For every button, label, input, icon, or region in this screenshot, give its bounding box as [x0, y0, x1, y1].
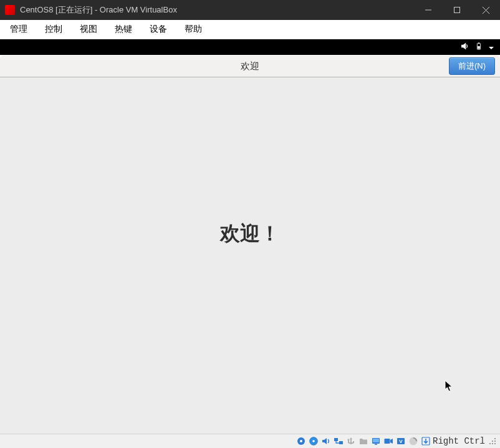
display-icon[interactable]: [370, 436, 382, 447]
mouse-integration-icon[interactable]: [408, 436, 419, 447]
usb-icon[interactable]: [345, 436, 357, 447]
svg-point-5: [300, 440, 302, 442]
svg-rect-2: [478, 42, 480, 44]
harddisk-icon[interactable]: [296, 436, 307, 447]
host-key-arrow-icon[interactable]: [420, 436, 431, 447]
welcome-heading: 欢迎！: [220, 220, 280, 248]
window-title: CentOS8 [正在运行] - Oracle VM VirtualBox: [20, 4, 414, 16]
recording-icon[interactable]: [383, 436, 394, 447]
vbox-statusbar: V Right Ctrl: [0, 434, 500, 448]
network-icon[interactable]: [333, 436, 344, 447]
menu-hotkeys[interactable]: 热键: [115, 24, 132, 35]
audio-icon[interactable]: [320, 436, 332, 447]
menu-view[interactable]: 视图: [80, 24, 97, 35]
svg-rect-11: [373, 439, 379, 442]
next-button-label: 前进(N): [458, 61, 486, 72]
virtualbox-logo-icon: [5, 5, 15, 15]
host-key-label: Right Ctrl: [433, 436, 485, 446]
svg-rect-3: [478, 46, 480, 49]
svg-rect-13: [384, 439, 390, 444]
guest-top-panel[interactable]: [0, 39, 500, 55]
next-button[interactable]: 前进(N): [449, 57, 495, 75]
header-title: 欢迎: [0, 61, 500, 72]
svg-rect-12: [375, 444, 377, 446]
menu-help[interactable]: 帮助: [185, 24, 202, 35]
close-button[interactable]: [471, 0, 500, 20]
titlebar: CentOS8 [正在运行] - Oracle VM VirtualBox: [0, 0, 500, 20]
menubar: 管理 控制 视图 热键 设备 帮助: [0, 20, 500, 39]
menu-manage[interactable]: 管理: [10, 24, 27, 35]
welcome-content: 欢迎！: [0, 77, 500, 434]
svg-rect-0: [454, 7, 460, 13]
minimize-button[interactable]: [414, 0, 443, 20]
svg-point-7: [312, 440, 315, 442]
menu-devices[interactable]: 设备: [150, 24, 167, 35]
dropdown-triangle-icon[interactable]: [489, 42, 494, 53]
mouse-cursor-icon: [445, 380, 453, 395]
battery-icon[interactable]: [475, 42, 483, 53]
svg-rect-8: [334, 438, 338, 441]
maximize-button[interactable]: [443, 0, 471, 20]
resize-grip[interactable]: [489, 437, 496, 445]
volume-icon[interactable]: [460, 42, 469, 53]
gnome-header-bar: 欢迎 前进(N): [0, 55, 500, 77]
video-capture-icon[interactable]: V: [395, 436, 406, 447]
optical-disc-icon[interactable]: [308, 436, 319, 447]
svg-text:V: V: [399, 439, 403, 444]
menu-control[interactable]: 控制: [45, 24, 62, 35]
shared-folder-icon[interactable]: [358, 436, 369, 447]
